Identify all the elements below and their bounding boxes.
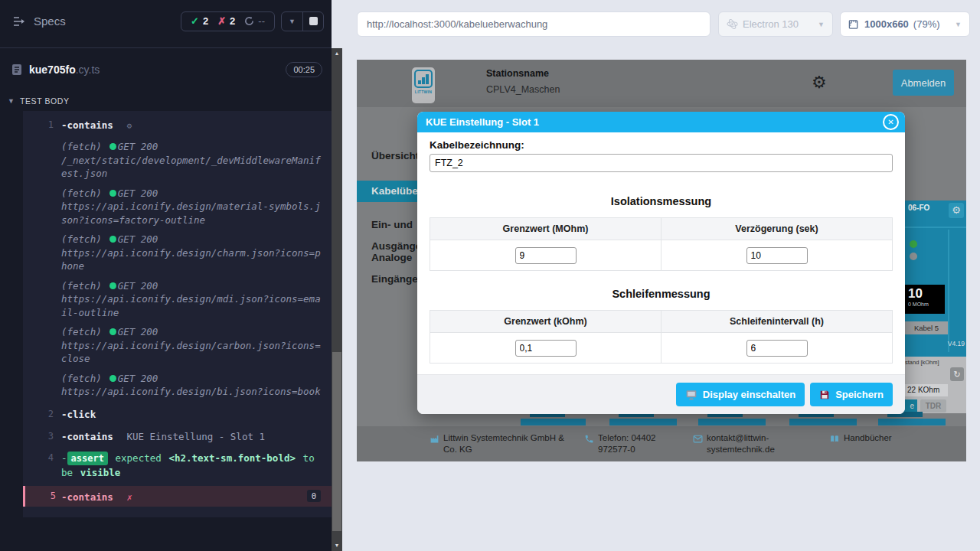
schleifenintervall-input[interactable] <box>746 340 808 357</box>
scrollbar-thumb[interactable] <box>332 352 341 531</box>
device-title: 06-FO <box>908 204 929 212</box>
browser-name: Electron 130 <box>743 18 799 30</box>
reporter-scrollbar[interactable]: ▲ ▼ <box>332 48 342 551</box>
column-header: Schleifenintervall (h) <box>662 311 893 333</box>
display-einschalten-button[interactable]: Display einschalten <box>676 383 805 406</box>
spec-file-icon <box>11 64 22 76</box>
stat-passed: ✓2 <box>191 15 208 27</box>
test-stats: ✓2 ✗2 -- <box>181 11 275 31</box>
command-row-contains-failed[interactable]: 5 -contains ✗ 0 <box>23 486 332 507</box>
status-dot <box>109 143 116 150</box>
test-body-label: TEST BODY <box>20 96 70 106</box>
scroll-up-icon[interactable]: ▲ <box>332 48 342 59</box>
network-log-entry: (fetch)GET 200 https://api.iconify.desig… <box>23 372 332 399</box>
device-display: 10 0 MOhm <box>905 285 945 314</box>
url-text: http://localhost:3000/kabelueberwachung <box>367 18 547 30</box>
resistance-value: 22 KOhm <box>905 384 948 396</box>
network-log-entry: (fetch)GET 200 https://api.iconify.desig… <box>23 187 332 227</box>
assert-badge: assert <box>67 452 108 465</box>
specs-toggle-icon[interactable] <box>12 16 26 27</box>
viewport-selector[interactable]: 1000x660 (79%) ▼ <box>840 11 970 37</box>
chevron-down-icon: ▼ <box>289 18 296 25</box>
reporter-controls: ▼ <box>281 11 324 31</box>
network-log-entry: (fetch)GET 200 /_next/static/development… <box>23 140 332 181</box>
device-subpanel: stand [kOhm] ↻ 22 KOhm e TDR <box>902 357 966 413</box>
stat-pending: -- <box>244 15 265 27</box>
schleifenmessung-title: Schleifenmessung <box>430 288 893 300</box>
contains-text: KUE Einstellung - Slot 1 <box>126 431 265 442</box>
gear-icon: ⚙ <box>126 121 132 131</box>
test-body-header[interactable]: ▼ TEST BODY <box>0 93 332 109</box>
spec-file-ext: .cy.ts <box>76 64 100 76</box>
stop-icon <box>309 17 318 25</box>
network-log-entry: (fetch)GET 200 https://api.iconify.desig… <box>23 325 332 366</box>
command-row-contains-1[interactable]: 1 -contains ⚙ <box>23 117 332 134</box>
collapse-button[interactable]: ▼ <box>282 12 302 31</box>
led-gray <box>910 253 917 260</box>
fetch-url: https://api.iconify.design/mdi.json?icon… <box>61 292 322 319</box>
url-bar[interactable]: http://localhost:3000/kabelueberwachung <box>357 11 710 37</box>
browser-selector[interactable]: Electron 130 ▼ <box>718 11 833 37</box>
network-log-entry: (fetch)GET 200 https://api.iconify.desig… <box>23 279 332 320</box>
chevron-down-icon: ▼ <box>8 97 15 105</box>
grenzwert-mohm-input[interactable] <box>515 247 577 264</box>
x-icon: ✗ <box>217 15 226 27</box>
speichern-button[interactable]: Speichern <box>810 383 893 406</box>
footer-email: kontakt@littwin-systemtechnik.de <box>693 432 789 455</box>
led-green <box>910 240 917 248</box>
command-log: 1 -contains ⚙ (fetch)GET 200 /_next/stat… <box>23 111 332 517</box>
book-icon <box>829 433 840 447</box>
stop-button[interactable] <box>302 12 323 31</box>
status-dot <box>109 282 116 289</box>
spec-file-row[interactable]: kue705fo.cy.ts 00:25 <box>0 55 332 84</box>
app-header: LITTWIN Stationsname CPLV4_Maschen ⚙ Abm… <box>357 60 966 107</box>
logout-button[interactable]: Abmelden <box>893 70 954 96</box>
kabelbezeichnung-input[interactable] <box>430 154 893 172</box>
device-gear-icon[interactable]: ⚙ <box>949 203 964 218</box>
column-header: Grenzwert (kOhm) <box>430 311 662 333</box>
save-floppy-icon <box>819 390 830 400</box>
refresh-icon[interactable]: ↻ <box>950 367 964 381</box>
tdr-button[interactable]: TDR <box>920 399 946 412</box>
command-row-click[interactable]: 2 -click <box>23 406 332 422</box>
logo-icon <box>414 70 433 88</box>
command-row-assert[interactable]: 4 -assert expected <h2.text-sm.font-bold… <box>23 451 332 480</box>
divider <box>0 47 332 48</box>
status-dot <box>109 190 116 197</box>
close-icon[interactable]: ✕ <box>883 114 899 130</box>
fetch-url: https://api.iconify.design/material-symb… <box>61 200 322 227</box>
modal-footer: Display einschalten Speichern <box>417 374 905 414</box>
footer-manuals[interactable]: Handbücher <box>829 432 913 447</box>
firmware-version: V4.19 <box>948 340 965 347</box>
verzoegerung-sek-input[interactable] <box>746 247 808 264</box>
modal-header: KUE Einstellung - Slot 1 <box>417 112 905 132</box>
monitor-icon <box>685 390 697 400</box>
station-label: Stationsname <box>486 68 549 79</box>
stat-failed: ✗2 <box>217 15 235 27</box>
grenzwert-kohm-input[interactable] <box>515 340 577 357</box>
fail-x-icon: ✗ <box>126 492 132 503</box>
fetch-url: /_next/static/development/_devMiddleware… <box>61 154 322 181</box>
electron-icon <box>727 18 738 30</box>
refresh-icon <box>244 16 254 26</box>
command-row-contains-3[interactable]: 3 -contains KUE Einstellung - Slot 1 <box>23 429 332 445</box>
chevron-down-icon: ▼ <box>955 21 962 28</box>
match-count-badge: 0 <box>307 490 321 502</box>
column-header: Verzögerung (sek) <box>662 218 893 240</box>
kue-device-panel: 06-FO ⚙ 10 0 MOhm Kabel 5 V4.19 stand [k… <box>905 201 966 413</box>
reporter-header: Specs ✓2 ✗2 -- ▼ <box>0 0 332 42</box>
footer-company: Littwin Systemtechnik GmbH & Co. KG <box>430 432 575 455</box>
station-name: CPLV4_Maschen <box>486 84 560 95</box>
isolationsmessung-title: Isolationsmessung <box>430 195 893 207</box>
status-dot <box>109 375 116 382</box>
kue-settings-modal: KUE Einstellung - Slot 1 ✕ Kabelbezeichn… <box>417 112 905 414</box>
check-icon: ✓ <box>191 15 199 27</box>
settings-gear-icon[interactable]: ⚙ <box>812 73 827 93</box>
specs-label[interactable]: Specs <box>34 15 66 28</box>
chevron-down-icon: ▼ <box>818 21 825 28</box>
fetch-url: https://api.iconify.design/bi.json?icons… <box>61 385 322 399</box>
littwin-logo: LITTWIN <box>412 67 435 103</box>
scroll-down-icon[interactable]: ▼ <box>332 540 342 551</box>
kabel-label: Kabel 5 <box>905 321 948 334</box>
column-header: Grenzwert (MOhm) <box>430 218 662 240</box>
